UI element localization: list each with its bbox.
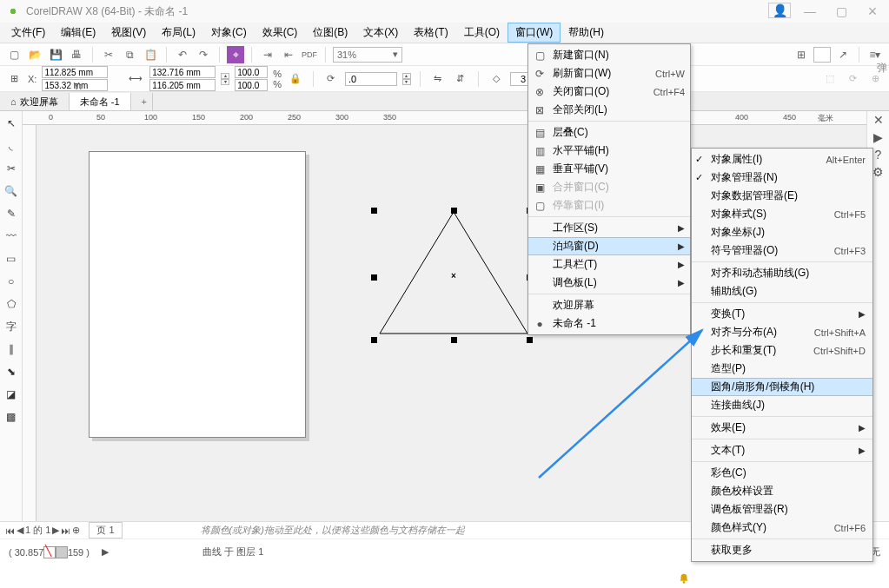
tab-untitled[interactable]: 未命名 -1 [70,93,131,110]
menu-tools[interactable]: 工具(O) [456,23,508,43]
menu-effect[interactable]: 效果(C) [255,23,306,43]
freehand-tool-icon[interactable]: ✎ [3,205,20,222]
connector-tool-icon[interactable]: ⬊ [3,363,20,380]
menu-close-all[interactable]: ⊠全部关闭(L) [528,101,690,119]
snap-icon[interactable]: ⊞ [793,46,810,63]
status-expand-icon[interactable]: ▶ [102,546,109,558]
text-tool-icon[interactable]: 字 [3,318,20,335]
artistic-tool-icon[interactable]: 〰 [3,228,20,245]
menu-refresh-window[interactable]: ⟳刷新窗口(W)Ctrl+W [528,64,690,83]
menu-cascade[interactable]: ▤层叠(C) [528,123,690,142]
submenu-object-manager[interactable]: ✓对象管理器(N) [692,168,872,187]
save-icon[interactable]: 💾 [47,46,64,63]
ruler-vertical[interactable] [23,125,36,521]
shape-tool-icon[interactable]: ◟ [3,137,20,155]
convert-icon[interactable]: ⟳ [844,70,861,88]
copy-icon[interactable]: ⧉ [121,46,138,63]
submenu-transform[interactable]: 变换(T)▶ [692,305,872,323]
submenu-color-style[interactable]: 颜色样式(Y)Ctrl+F6 [692,519,872,537]
submenu-align-distribute[interactable]: 对齐与分布(A)Ctrl+Shift+A [692,323,872,341]
submenu-guidelines[interactable]: 辅助线(G) [692,282,872,301]
ellipse-tool-icon[interactable]: ○ [3,273,20,290]
notification-bell-icon[interactable] [678,572,690,585]
import-icon[interactable]: ⇥ [259,46,276,63]
export-icon[interactable]: ⇤ [280,46,297,63]
handle-tl[interactable] [371,208,377,214]
angle-input[interactable] [345,72,397,86]
last-page-icon[interactable]: ⏭ [61,525,70,536]
menu-tile-v[interactable]: ▦垂直平铺(V) [528,160,690,178]
handle-bl[interactable] [371,337,377,343]
launch-icon[interactable]: ↗ [834,46,852,63]
transparency-tool-icon[interactable]: ▩ [3,408,20,426]
menu-text[interactable]: 文本(X) [355,23,406,43]
menu-dockers[interactable]: 泊坞窗(D)▶ [528,237,690,255]
scale-y-input[interactable] [235,79,268,91]
mirror-v-icon[interactable]: ⇵ [452,70,469,88]
submenu-text[interactable]: 文本(T)▶ [692,441,872,459]
handle-br[interactable] [527,337,533,343]
handle-ml[interactable] [371,274,377,281]
paste-icon[interactable]: 📋 [142,46,159,63]
tab-welcome[interactable]: ⌂欢迎屏幕 [0,93,70,110]
docker-expand-icon[interactable]: ▶ [867,129,889,146]
menu-palette[interactable]: 调色板(L)▶ [528,274,690,292]
polygon-tool-icon[interactable]: ⬠ [3,295,20,313]
menu-object[interactable]: 对象(C) [203,23,255,43]
submenu-get-more[interactable]: 获取更多 [692,541,872,559]
x-input[interactable] [42,66,108,78]
tab-add[interactable]: + [131,93,153,110]
mirror-h-icon[interactable]: ⇋ [429,70,447,88]
open-icon[interactable]: 📂 [26,46,43,63]
maximize-button[interactable]: ▢ [829,3,853,20]
height-input[interactable] [149,79,216,91]
first-page-icon[interactable]: ⏮ [5,525,15,536]
width-input[interactable] [149,66,216,78]
submenu-object-style[interactable]: 对象样式(S)Ctrl+F5 [692,205,872,223]
submenu-object-coord[interactable]: 对象坐标(J) [692,223,872,241]
menu-help[interactable]: 帮助(H) [561,23,612,43]
menu-new-window[interactable]: ▢新建窗口(N) [528,46,690,64]
search-icon[interactable]: ⌖ [227,46,244,63]
scale-x-input[interactable] [235,66,268,78]
menu-toolbars[interactable]: 工具栏(T)▶ [528,255,690,274]
menu-view[interactable]: 视图(V) [103,23,154,43]
new-doc-icon[interactable]: ▢ [5,46,23,63]
no-color-swatch[interactable]: ╲ [43,546,56,558]
zoom-tool-icon[interactable]: 🔍 [3,182,20,200]
docker-close-icon[interactable]: ✕ [867,111,889,129]
close-button[interactable]: × [860,3,885,20]
undo-icon[interactable]: ↶ [174,46,191,63]
menu-tile-h[interactable]: ▥水平平铺(H) [528,142,690,160]
redo-icon[interactable]: ↷ [195,46,212,63]
shadow-tool-icon[interactable]: ◪ [3,386,20,403]
order-icon[interactable]: ⬚ [821,70,839,88]
submenu-step-repeat[interactable]: 步长和重复(T)Ctrl+Shift+D [692,341,872,360]
menu-workspace[interactable]: 工作区(S)▶ [528,219,690,237]
page-tab[interactable]: 页 1 [89,522,122,538]
print-icon[interactable]: 🖶 [68,46,85,63]
submenu-object-data[interactable]: 对象数据管理器(E) [692,187,872,205]
menu-welcome[interactable]: 欢迎屏幕 [528,296,690,314]
submenu-connect-curves[interactable]: 连接曲线(J) [692,396,872,414]
pdf-icon[interactable]: PDF [301,46,318,63]
submenu-color[interactable]: 彩色(C) [692,464,872,482]
crop-tool-icon[interactable]: ✂ [3,160,20,177]
user-icon[interactable]: 👤 [768,3,791,18]
handle-tm[interactable] [451,208,457,214]
pick-tool-icon[interactable]: ↖ [3,115,20,132]
submenu-color-proof[interactable]: 颜色校样设置 [692,482,872,500]
parallel-tool-icon[interactable]: ∥ [3,340,20,358]
submenu-palette-manager[interactable]: 调色板管理器(R) [692,500,872,519]
cut-icon[interactable]: ✂ [100,46,117,63]
menu-layout[interactable]: 布局(L) [154,23,203,43]
minimize-button[interactable]: — [798,3,822,20]
rectangle-tool-icon[interactable]: ▭ [3,250,20,268]
menu-window[interactable]: 窗口(W) [508,23,561,43]
menu-doc-untitled[interactable]: ●未命名 -1 [528,314,690,333]
menu-file[interactable]: 文件(F) [3,23,53,43]
menu-edit[interactable]: 编辑(E) [53,23,103,43]
menu-close-window[interactable]: ⊗关闭窗口(O)Ctrl+F4 [528,83,690,101]
submenu-shaping[interactable]: 造型(P) [692,360,872,378]
prev-page-icon[interactable]: ◀ [17,525,23,536]
